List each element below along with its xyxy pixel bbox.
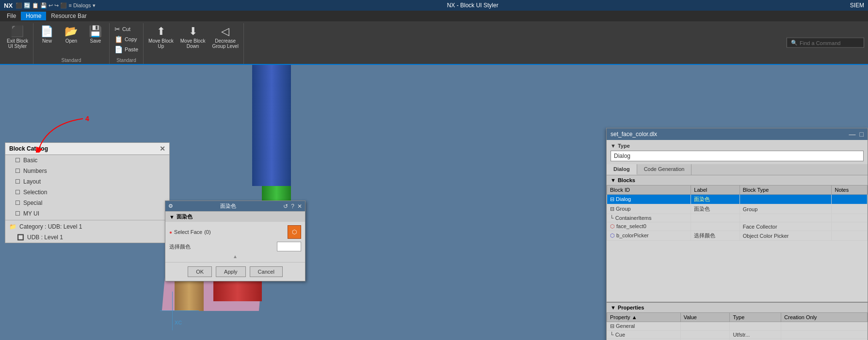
type-dropdown[interactable]: Dialog [611,151,864,161]
axis-x [160,310,199,311]
catalog-item-numbers[interactable]: ☐ Numbers [5,166,169,176]
blocks-section: ▼ Blocks Block ID Label Block Type Notes [607,175,868,302]
prop-col-creation: Creation Only [781,313,868,322]
prop-type: Utfstr... [730,331,781,339]
cut-button[interactable]: ✂ Cut [112,24,141,34]
blocks-triangle: ▼ [611,177,616,183]
table-row[interactable]: ⬡ face_select0 Face Collector [607,222,868,231]
menu-home[interactable]: Home [21,12,46,20]
block-id-cell: ⊟ Dialog [607,195,691,204]
tab-code-generation[interactable]: Code Generation [637,164,692,175]
prop-value [680,331,730,339]
move-up-icon: ⬆ [157,26,165,37]
catalog-item-layout[interactable]: ☐ Layout [5,176,169,187]
table-row[interactable]: └ ContainerItems [607,214,868,222]
section-header-label: 面染色 [177,213,193,220]
save-button[interactable]: 💾 Save [84,24,107,46]
cancel-button[interactable]: Cancel [250,266,283,277]
ok-button[interactable]: OK [188,266,212,277]
properties-table: Property ▲ Value Type Creation Only ⊟ Ge… [607,312,868,340]
catalog-separator [5,220,169,220]
notes-cell [832,204,868,214]
face-color-dialog-titlebar: ⚙ 面染色 ↺ ? ✕ [165,201,305,211]
basic-icon: ☐ [15,157,20,164]
face-select-collector: ⬡ [288,225,301,239]
block-id-cell: ⊟ Group [607,204,691,214]
udb-icon: 🔲 [17,234,24,241]
exit-icon: ⬛ [11,26,24,37]
block-ui-styler-titlebar: set_face_color.dlx — □ [607,128,868,140]
find-command-input[interactable] [800,40,858,46]
type-dropdown-wrapper: Dialog [611,151,864,161]
prop-value [680,322,730,331]
tab-dialog[interactable]: Dialog [607,164,637,175]
find-command-box[interactable]: 🔍 [787,38,864,48]
catalog-item-selection[interactable]: ☐ Selection [5,187,169,198]
block-id-cell: └ ContainerItems [607,214,691,222]
color-swatch[interactable] [277,242,301,251]
udb-label: UDB : Level 1 [27,234,63,241]
myui-icon: ☐ [15,210,20,217]
open-icon: 📂 [64,26,78,37]
blocks-label-text: Blocks [618,177,635,183]
prop-col-property: Property ▲ [607,313,681,322]
move-block-up-button[interactable]: ⬆ Move BlockUp [145,24,177,51]
properties-scroll-area[interactable]: Property ▲ Value Type Creation Only ⊟ Ge… [607,312,868,340]
minimize-icon[interactable]: — [849,130,856,138]
title-bar-icons: ⬛ 🔄 📋 💾 ↩ ↪ ⬛ ≡ Dialogs ▾ [16,2,96,9]
notes-cell [832,195,868,204]
myui-label: MY UI [23,210,39,217]
move-block-down-button[interactable]: ⬇ Move BlockDown [177,24,209,51]
face-color-section-header: ▼ 面染色 [165,211,305,222]
category-folder-icon: 📁 [9,223,16,230]
catalog-item-basic[interactable]: ☐ Basic [5,155,169,166]
face-select-text: Select Face [174,229,202,235]
prop-creation [781,322,868,331]
new-button[interactable]: 📄 New [35,24,59,46]
paste-button[interactable]: 📄 Paste [112,45,141,54]
menu-file[interactable]: File [2,12,21,20]
face-select-label: ● Select Face (0) [169,229,285,235]
prop-row[interactable]: ⊟ General [607,322,868,331]
properties-label: ▼ Properties [607,303,868,312]
catalog-tree-category[interactable]: 📁 Category : UDB: Level 1 [5,221,169,232]
exit-label: Exit BlockUI Styler [7,38,28,49]
catalog-item-special[interactable]: ☐ Special [5,198,169,208]
table-row[interactable]: ⊟ Group 面染色 Group [607,204,868,214]
catalog-tree-udb[interactable]: 🔲 UDB : Level 1 [5,232,169,243]
prop-row[interactable]: └ Cue Utfstr... [607,331,868,339]
numbers-icon: ☐ [15,168,20,174]
copy-button[interactable]: 📋 Copy [112,34,141,44]
color-label: 选择颜色 [169,243,274,250]
block-catalog-title: Block Catalog [9,145,48,152]
menu-resource-bar[interactable]: Resource Bar [46,12,91,20]
decrease-group-level-button[interactable]: ◁ DecreaseGroup Level [209,24,241,51]
prop-col-value: Value [680,313,730,322]
block-catalog-close-button[interactable]: ✕ [160,145,165,153]
special-icon: ☐ [15,200,20,206]
type-triangle: ▼ [611,143,616,149]
face-color-dialog-settings-icon: ⚙ [168,203,173,209]
blocks-scroll-area[interactable]: Block ID Label Block Type Notes ⊟ Dialog… [607,185,868,302]
layout-label: Layout [23,178,41,185]
move-down-label: Move BlockDown [180,38,206,49]
face-color-close-icon[interactable]: ✕ [297,203,302,210]
face-color-refresh-icon[interactable]: ↺ [283,203,288,210]
copy-icon: 📋 [114,35,123,43]
face-select-indicator: ● [169,230,172,235]
catalog-item-myui[interactable]: ☐ MY UI [5,208,169,219]
table-row[interactable]: ⊟ Dialog 面染色 [607,195,868,204]
properties-triangle: ▼ [611,305,616,310]
blocks-table: Block ID Label Block Type Notes ⊟ Dialog… [607,185,868,241]
face-color-help-icon[interactable]: ? [291,203,294,210]
exit-block-ui-styler-button[interactable]: ⬛ Exit BlockUI Styler [4,24,31,51]
col-notes: Notes [832,185,868,195]
maximize-icon[interactable]: □ [860,130,864,138]
table-row[interactable]: ⬡ b_colorPicker 选择颜色 Object Color Picker [607,231,868,241]
apply-button[interactable]: Apply [216,266,246,277]
block-ui-styler-panel: set_face_color.dlx — □ ▼ Type Dialog Dia… [606,128,868,340]
type-cell: Object Color Picker [739,231,832,241]
open-button[interactable]: 📂 Open [60,24,83,46]
paste-label: Paste [125,46,138,52]
title-bar-left: NX ⬛ 🔄 📋 💾 ↩ ↪ ⬛ ≡ Dialogs ▾ [4,2,96,9]
